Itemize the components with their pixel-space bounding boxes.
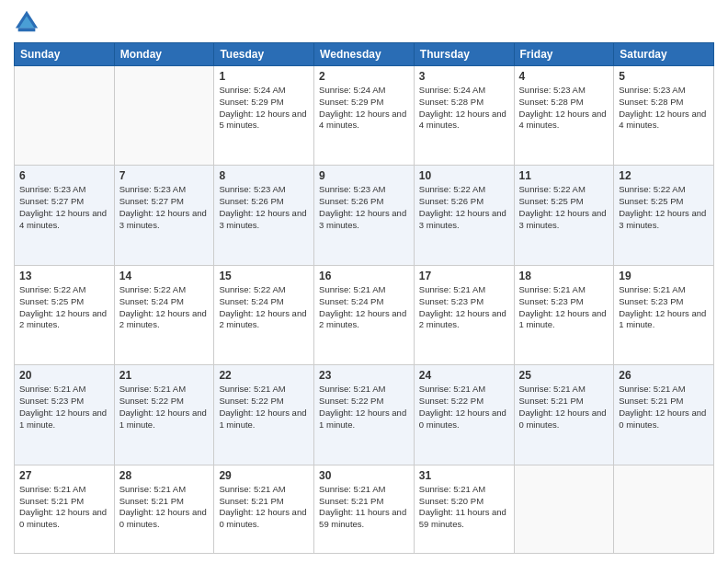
day-number: 16: [319, 270, 409, 282]
calendar-week-row: 13Sunrise: 5:22 AMSunset: 5:25 PMDayligh…: [15, 265, 714, 364]
calendar-cell: 10Sunrise: 5:22 AMSunset: 5:26 PMDayligh…: [414, 166, 514, 265]
day-number: 2: [319, 70, 409, 83]
day-info: Sunrise: 5:23 AMSunset: 5:27 PMDaylight:…: [19, 184, 109, 231]
day-info: Sunrise: 5:21 AMSunset: 5:21 PMDaylight:…: [319, 484, 409, 531]
day-number: 1: [219, 70, 309, 83]
calendar-cell: 16Sunrise: 5:21 AMSunset: 5:24 PMDayligh…: [314, 265, 415, 364]
calendar-cell: [15, 66, 115, 166]
day-number: 27: [19, 469, 109, 482]
calendar-cell: 27Sunrise: 5:21 AMSunset: 5:21 PMDayligh…: [15, 465, 115, 553]
day-info: Sunrise: 5:24 AMSunset: 5:28 PMDaylight:…: [419, 85, 509, 132]
day-header-saturday: Saturday: [614, 43, 714, 66]
day-number: 29: [219, 469, 309, 482]
day-info: Sunrise: 5:24 AMSunset: 5:29 PMDaylight:…: [319, 85, 409, 132]
calendar-cell: 23Sunrise: 5:21 AMSunset: 5:22 PMDayligh…: [314, 365, 415, 465]
day-info: Sunrise: 5:22 AMSunset: 5:25 PMDaylight:…: [519, 184, 609, 231]
calendar-cell: 9Sunrise: 5:23 AMSunset: 5:26 PMDaylight…: [314, 166, 415, 265]
calendar-cell: 4Sunrise: 5:23 AMSunset: 5:28 PMDaylight…: [514, 66, 614, 166]
svg-rect-2: [18, 29, 36, 32]
day-number: 30: [319, 469, 409, 482]
day-info: Sunrise: 5:22 AMSunset: 5:24 PMDaylight:…: [219, 284, 309, 331]
calendar-cell: 6Sunrise: 5:23 AMSunset: 5:27 PMDaylight…: [15, 166, 115, 265]
day-info: Sunrise: 5:21 AMSunset: 5:21 PMDaylight:…: [119, 484, 210, 531]
day-header-friday: Friday: [514, 43, 614, 66]
day-info: Sunrise: 5:21 AMSunset: 5:23 PMDaylight:…: [419, 284, 509, 331]
calendar-cell: 3Sunrise: 5:24 AMSunset: 5:28 PMDaylight…: [414, 66, 514, 166]
calendar-cell: [514, 465, 614, 553]
day-number: 24: [419, 369, 509, 382]
day-number: 3: [419, 70, 509, 83]
calendar-cell: 17Sunrise: 5:21 AMSunset: 5:23 PMDayligh…: [414, 265, 514, 364]
day-info: Sunrise: 5:23 AMSunset: 5:26 PMDaylight:…: [219, 184, 309, 231]
day-info: Sunrise: 5:21 AMSunset: 5:23 PMDaylight:…: [519, 284, 609, 331]
day-header-sunday: Sunday: [15, 43, 115, 66]
calendar-cell: 29Sunrise: 5:21 AMSunset: 5:21 PMDayligh…: [214, 465, 314, 553]
calendar-cell: 21Sunrise: 5:21 AMSunset: 5:22 PMDayligh…: [114, 365, 214, 465]
day-info: Sunrise: 5:21 AMSunset: 5:22 PMDaylight:…: [219, 384, 309, 431]
calendar-week-row: 20Sunrise: 5:21 AMSunset: 5:23 PMDayligh…: [15, 365, 714, 465]
calendar-cell: 12Sunrise: 5:22 AMSunset: 5:25 PMDayligh…: [614, 166, 714, 265]
day-info: Sunrise: 5:21 AMSunset: 5:22 PMDaylight:…: [419, 384, 509, 431]
day-info: Sunrise: 5:22 AMSunset: 5:26 PMDaylight:…: [419, 184, 509, 231]
day-info: Sunrise: 5:22 AMSunset: 5:25 PMDaylight:…: [619, 184, 709, 231]
calendar-cell: 7Sunrise: 5:23 AMSunset: 5:27 PMDaylight…: [114, 166, 214, 265]
day-number: 17: [419, 270, 509, 282]
calendar-cell: 8Sunrise: 5:23 AMSunset: 5:26 PMDaylight…: [214, 166, 314, 265]
day-number: 5: [619, 70, 709, 83]
day-number: 14: [119, 270, 210, 282]
logo-icon: [14, 9, 40, 35]
calendar-week-row: 27Sunrise: 5:21 AMSunset: 5:21 PMDayligh…: [15, 465, 714, 553]
day-number: 15: [219, 270, 309, 282]
day-info: Sunrise: 5:21 AMSunset: 5:22 PMDaylight:…: [119, 384, 210, 431]
day-info: Sunrise: 5:21 AMSunset: 5:24 PMDaylight:…: [319, 284, 409, 331]
day-number: 11: [519, 169, 609, 182]
header: [14, 9, 714, 35]
calendar-cell: 19Sunrise: 5:21 AMSunset: 5:23 PMDayligh…: [614, 265, 714, 364]
day-header-thursday: Thursday: [414, 43, 514, 66]
day-number: 4: [519, 70, 609, 83]
day-number: 18: [519, 270, 609, 282]
logo: [14, 9, 43, 35]
day-info: Sunrise: 5:23 AMSunset: 5:28 PMDaylight:…: [619, 85, 709, 132]
calendar-cell: 31Sunrise: 5:21 AMSunset: 5:20 PMDayligh…: [414, 465, 514, 553]
calendar-cell: 20Sunrise: 5:21 AMSunset: 5:23 PMDayligh…: [15, 365, 115, 465]
day-info: Sunrise: 5:23 AMSunset: 5:26 PMDaylight:…: [319, 184, 409, 231]
calendar-week-row: 1Sunrise: 5:24 AMSunset: 5:29 PMDaylight…: [15, 66, 714, 166]
day-info: Sunrise: 5:23 AMSunset: 5:28 PMDaylight:…: [519, 85, 609, 132]
day-header-monday: Monday: [114, 43, 214, 66]
day-info: Sunrise: 5:21 AMSunset: 5:22 PMDaylight:…: [319, 384, 409, 431]
day-number: 6: [19, 169, 109, 182]
calendar-cell: 11Sunrise: 5:22 AMSunset: 5:25 PMDayligh…: [514, 166, 614, 265]
calendar-cell: 5Sunrise: 5:23 AMSunset: 5:28 PMDaylight…: [614, 66, 714, 166]
day-number: 28: [119, 469, 210, 482]
calendar-cell: 26Sunrise: 5:21 AMSunset: 5:21 PMDayligh…: [614, 365, 714, 465]
calendar-cell: 28Sunrise: 5:21 AMSunset: 5:21 PMDayligh…: [114, 465, 214, 553]
calendar-cell: 25Sunrise: 5:21 AMSunset: 5:21 PMDayligh…: [514, 365, 614, 465]
calendar-cell: 24Sunrise: 5:21 AMSunset: 5:22 PMDayligh…: [414, 365, 514, 465]
calendar-week-row: 6Sunrise: 5:23 AMSunset: 5:27 PMDaylight…: [15, 166, 714, 265]
calendar-cell: 2Sunrise: 5:24 AMSunset: 5:29 PMDaylight…: [314, 66, 415, 166]
page: SundayMondayTuesdayWednesdayThursdayFrid…: [0, 0, 728, 563]
day-number: 26: [619, 369, 709, 382]
day-number: 21: [119, 369, 210, 382]
day-number: 7: [119, 169, 210, 182]
day-info: Sunrise: 5:24 AMSunset: 5:29 PMDaylight:…: [219, 85, 309, 132]
day-info: Sunrise: 5:21 AMSunset: 5:21 PMDaylight:…: [19, 484, 109, 531]
calendar-cell: 15Sunrise: 5:22 AMSunset: 5:24 PMDayligh…: [214, 265, 314, 364]
day-info: Sunrise: 5:21 AMSunset: 5:21 PMDaylight:…: [619, 384, 709, 431]
calendar-cell: 22Sunrise: 5:21 AMSunset: 5:22 PMDayligh…: [214, 365, 314, 465]
day-number: 20: [19, 369, 109, 382]
day-info: Sunrise: 5:21 AMSunset: 5:21 PMDaylight:…: [219, 484, 309, 531]
day-info: Sunrise: 5:21 AMSunset: 5:23 PMDaylight:…: [619, 284, 709, 331]
day-number: 19: [619, 270, 709, 282]
day-number: 12: [619, 169, 709, 182]
day-number: 9: [319, 169, 409, 182]
day-number: 8: [219, 169, 309, 182]
day-info: Sunrise: 5:22 AMSunset: 5:25 PMDaylight:…: [19, 284, 109, 331]
day-number: 13: [19, 270, 109, 282]
day-info: Sunrise: 5:21 AMSunset: 5:23 PMDaylight:…: [19, 384, 109, 431]
calendar-cell: 18Sunrise: 5:21 AMSunset: 5:23 PMDayligh…: [514, 265, 614, 364]
calendar-cell: [114, 66, 214, 166]
calendar-cell: 30Sunrise: 5:21 AMSunset: 5:21 PMDayligh…: [314, 465, 415, 553]
day-info: Sunrise: 5:22 AMSunset: 5:24 PMDaylight:…: [119, 284, 210, 331]
